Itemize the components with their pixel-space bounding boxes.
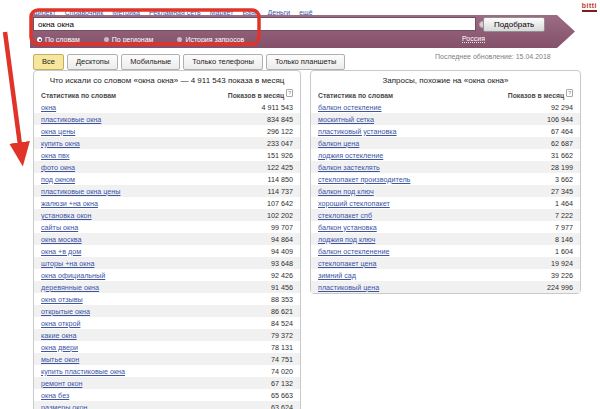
keyword-link[interactable]: стеклопакет цена [318, 259, 376, 268]
keyword-link[interactable]: окна открой [41, 319, 80, 328]
keyword-link[interactable]: пластиковые окна цены [41, 187, 120, 196]
table-row: купить пластиковые окна 74 020 [34, 365, 300, 377]
menu-link[interactable]: ещё [299, 9, 313, 16]
keyword-link[interactable]: купить пластиковые окна [41, 367, 125, 376]
keyword-link[interactable]: балкон установка [318, 223, 377, 232]
region-link[interactable]: Россия [462, 35, 485, 43]
keyword-link[interactable]: окна двери [41, 343, 78, 352]
shows-value: 39 226 [551, 271, 573, 280]
keyword-link[interactable]: балкон под ключ [318, 187, 374, 196]
keyword-link[interactable]: балкон остекление [318, 103, 382, 112]
menu-link[interactable]: Рекламная сеть [149, 9, 201, 16]
column-header-terms: Статистика по словам [41, 92, 116, 99]
column-header-row: Статистика по словам Показов в месяц? [311, 88, 580, 101]
keyword-link[interactable]: пластиковые окна [41, 115, 101, 124]
keyword-link[interactable]: окна цены [41, 127, 75, 136]
shows-value: 7 977 [555, 223, 573, 232]
table-row: купить окна 233 047 [34, 137, 300, 149]
keyword-link[interactable]: жалюзи +на окна [41, 199, 98, 208]
column-header-shows: Показов в месяц? [508, 89, 573, 99]
keyword-link[interactable]: лоджия под ключ [318, 235, 375, 244]
radio-label: По регионам [112, 36, 154, 43]
shows-value: 28 199 [551, 163, 573, 172]
keyword-link[interactable]: деревянные окна [41, 283, 99, 292]
search-mode-radio[interactable]: История запросов [177, 36, 244, 43]
menu-link[interactable]: Метрика [112, 9, 140, 16]
keyword-link[interactable]: балкон застеклять [318, 163, 380, 172]
search-mode-radio[interactable]: По регионам [104, 36, 154, 43]
table-row: окна без 65 663 [34, 389, 300, 401]
shows-value: 1 604 [555, 247, 573, 256]
keyword-link[interactable]: шторы +на окна [41, 259, 94, 268]
menu-link[interactable]: Баян [242, 9, 258, 16]
table-row: какие окна 79 372 [34, 329, 300, 341]
shows-value: 92 426 [271, 271, 293, 280]
keyword-link[interactable]: окна официальный [41, 271, 105, 280]
help-icon[interactable]: ? [566, 89, 573, 97]
keyword-link[interactable]: стеклопакет спб [318, 211, 372, 220]
shows-value: 7 222 [555, 211, 573, 220]
table-row: стеклопакет цена 19 924 [311, 257, 580, 269]
device-tab[interactable]: Все [33, 54, 64, 70]
shows-value: 102 202 [267, 211, 293, 220]
device-tab[interactable]: Только телефоны [183, 54, 263, 70]
keyword-link[interactable]: стеклопакет производитель [318, 175, 410, 184]
keyword-link[interactable]: пластиковый цена [318, 283, 379, 292]
shows-value: 93 648 [271, 259, 293, 268]
menu-link[interactable]: Справочник [65, 9, 104, 16]
shows-value: 86 621 [271, 307, 293, 316]
keyword-link[interactable]: лоджия остекление [318, 151, 383, 160]
keyword-link[interactable]: окна пвх [41, 151, 69, 160]
radio-label: По словам [45, 36, 80, 43]
keyword-link[interactable]: окна без [41, 391, 69, 400]
device-tab[interactable]: Десктопы [67, 54, 118, 70]
keyword-link[interactable]: ремонт окон [41, 379, 82, 388]
table-row: окна пвх 151 926 [34, 149, 300, 161]
keyword-link[interactable]: пластиковый установка [318, 127, 397, 136]
radio-label: История запросов [185, 36, 244, 43]
keyword-link[interactable]: окна москва [41, 235, 82, 244]
table-row: балкон установка 7 977 [311, 221, 580, 233]
keyword-link[interactable]: под окном [41, 175, 75, 184]
shows-value: 8 146 [555, 235, 573, 244]
table-row: балкон застеклять 28 199 [311, 161, 580, 173]
help-icon[interactable]: ? [286, 89, 293, 97]
keyword-link[interactable]: сайты окна [41, 223, 78, 232]
shows-value: 94 409 [271, 247, 293, 256]
wordstat-page: ДиректСправочникМетрикаРекламная сетьМар… [0, 0, 600, 409]
table-row: сайты окна 99 707 [34, 221, 300, 233]
keyword-link[interactable]: какие окна [41, 331, 77, 340]
radio-icon [104, 37, 109, 42]
table-row: окна открой 84 524 [34, 317, 300, 329]
keyword-link[interactable]: открытые окна [41, 307, 90, 316]
menu-link[interactable]: Директ [33, 9, 56, 16]
keyword-link[interactable]: окна отзывы [41, 295, 83, 304]
keyword-link[interactable]: балкон остекленение [318, 247, 390, 256]
shows-value: 84 524 [271, 319, 293, 328]
keyword-link[interactable]: фото окна [41, 163, 75, 172]
keyword-link[interactable]: зимний сад [318, 271, 356, 280]
table-row: балкон цена 62 687 [311, 137, 580, 149]
menu-link[interactable]: Маркет [210, 9, 234, 16]
keyword-link[interactable]: балкон цена [318, 139, 359, 148]
table-row: окна двери 78 131 [34, 341, 300, 353]
column-header-shows-label: Показов в месяц [508, 92, 564, 99]
keyword-link[interactable]: москитный сетка [318, 115, 374, 124]
menu-link[interactable]: Деньги [268, 9, 291, 16]
keywords-table: окна 4 911 543 пластиковые окна 834 845 … [34, 101, 300, 409]
keyword-link[interactable]: окна +в дом [41, 247, 81, 256]
submit-button[interactable]: Подобрать [483, 17, 545, 32]
table-row: ремонт окон 67 132 [34, 377, 300, 389]
device-tab[interactable]: Мобильные [121, 54, 180, 70]
device-tab[interactable]: Только планшеты [266, 54, 345, 70]
keyword-link[interactable]: окна [41, 103, 56, 112]
search-mode-radio[interactable]: По словам [37, 36, 80, 43]
column-header-terms: Статистика по словам [318, 92, 393, 99]
keyword-link[interactable]: хороший стеклопакет [318, 199, 390, 208]
keyword-link[interactable]: установка окон [41, 211, 92, 220]
keyword-link[interactable]: мытье окон [41, 355, 79, 364]
keyword-link[interactable]: купить окна [41, 139, 80, 148]
search-input[interactable] [33, 17, 476, 31]
similar-queries-table: балкон остекление 92 294 москитный сетка… [311, 101, 580, 293]
keyword-link[interactable]: размеры окон [41, 403, 88, 409]
